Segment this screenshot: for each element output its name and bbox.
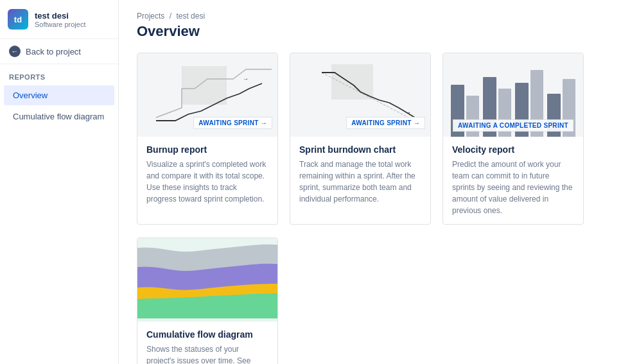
back-label: Back to project — [26, 47, 81, 56]
project-info: test desi Software project — [35, 11, 85, 28]
svg-text:→: → — [405, 109, 411, 116]
sidebar-item-cfd[interactable]: Cumulative flow diagram — [4, 107, 114, 126]
velocity-card[interactable]: AWAITING A COMPLETED SPRINT Velocity rep… — [442, 53, 584, 225]
burndown-card[interactable]: → AWAITING SPRINT → Sprint burndown char… — [290, 53, 431, 225]
sidebar-header: td test desi Software project — [0, 0, 118, 39]
burndown-card-title: Sprint burndown chart — [299, 144, 421, 155]
back-to-project-button[interactable]: ← Back to project — [0, 39, 118, 64]
burnup-card-desc: Visualize a sprint's completed work and … — [146, 159, 268, 205]
sidebar-item-overview[interactable]: Overview — [4, 85, 114, 105]
sidebar-item-overview-label: Overview — [13, 91, 48, 100]
avatar: td — [8, 9, 28, 30]
velocity-card-title: Velocity report — [452, 144, 574, 155]
cfd-card-title: Cumulative flow diagram — [146, 329, 268, 340]
top-cards-row: → AWAITING SPRINT → Burnup report Visual… — [137, 53, 621, 225]
breadcrumb-separator: / — [170, 12, 171, 21]
burnup-awaiting-label: AWAITING SPRINT → — [193, 117, 272, 129]
burnup-chart-image: → AWAITING SPRINT → — [137, 53, 277, 137]
burndown-awaiting-label: AWAITING SPRINT → — [346, 117, 425, 129]
burndown-card-body: Sprint burndown chart Track and manage t… — [290, 137, 430, 212]
breadcrumb-project[interactable]: test desi — [176, 12, 205, 21]
breadcrumb-projects[interactable]: Projects — [137, 12, 164, 21]
bottom-cards-row: Cumulative flow diagram Shows the status… — [137, 238, 621, 364]
project-name: test desi — [35, 11, 85, 21]
cfd-card[interactable]: Cumulative flow diagram Shows the status… — [137, 238, 278, 364]
svg-rect-2 — [331, 64, 373, 100]
burnup-card-body: Burnup report Visualize a sprint's compl… — [137, 137, 277, 212]
sidebar-section-reports: Reports — [0, 64, 118, 85]
burndown-card-desc: Track and manage the total work remainin… — [299, 159, 421, 205]
svg-rect-0 — [182, 66, 227, 105]
burndown-chart-image: → AWAITING SPRINT → — [290, 53, 430, 137]
project-type: Software project — [35, 21, 85, 28]
page-title: Overview — [137, 23, 621, 40]
velocity-awaiting-label: AWAITING A COMPLETED SPRINT — [453, 119, 573, 132]
burnup-card[interactable]: → AWAITING SPRINT → Burnup report Visual… — [137, 53, 278, 225]
cfd-chart-image — [137, 238, 277, 322]
sidebar-item-cfd-label: Cumulative flow diagram — [13, 112, 104, 121]
breadcrumb: Projects / test desi — [137, 12, 621, 21]
velocity-card-body: Velocity report Predict the amount of wo… — [443, 137, 583, 224]
burnup-card-title: Burnup report — [146, 144, 268, 155]
velocity-card-desc: Predict the amount of work your team can… — [452, 159, 574, 216]
svg-text:→: → — [243, 76, 249, 82]
velocity-chart-image: AWAITING A COMPLETED SPRINT — [443, 53, 583, 137]
cfd-card-body: Cumulative flow diagram Shows the status… — [137, 322, 277, 364]
cfd-card-desc: Shows the statuses of your project's iss… — [146, 343, 268, 364]
cfd-chart-svg — [137, 241, 277, 318]
main-content: Projects / test desi Overview → AWAITING… — [119, 0, 639, 364]
back-arrow-icon: ← — [9, 46, 21, 57]
sidebar: td test desi Software project ← Back to … — [0, 0, 119, 364]
